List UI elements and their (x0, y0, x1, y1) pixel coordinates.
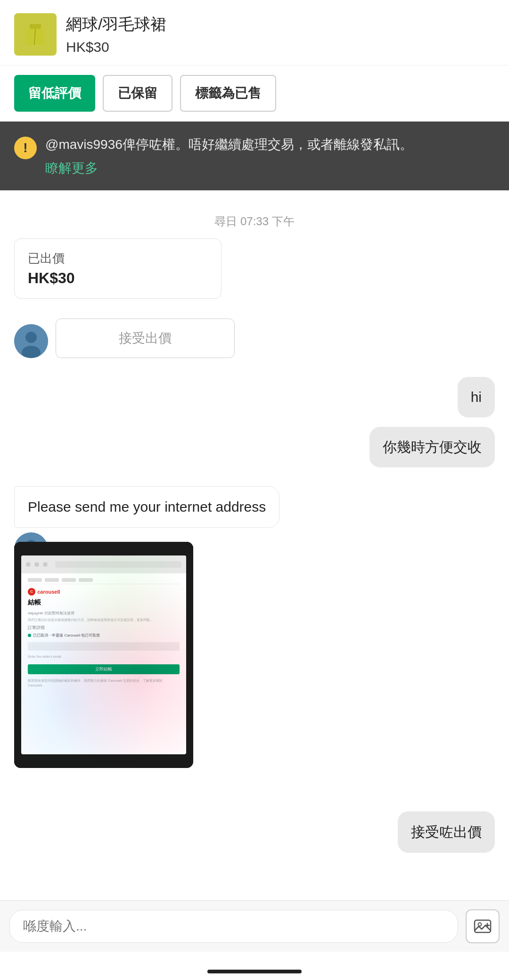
svg-rect-0 (30, 24, 41, 29)
bubble-hi: hi (458, 377, 495, 417)
warning-link[interactable]: 瞭解更多 (45, 159, 413, 177)
offer-price: HK$30 (28, 270, 208, 287)
review-button[interactable]: 留低評價 (14, 75, 95, 112)
avatar (14, 324, 48, 358)
action-buttons: 留低評價 已保留 標籤為已售 (0, 65, 509, 122)
product-header: 網球/羽毛球裙 HK$30 (0, 0, 509, 65)
screenshot-image[interactable]: C carousell 結帳 AlipayHK 付款暫時無法使用 我們正嘗試向你… (14, 542, 193, 768)
svg-rect-9 (475, 920, 491, 932)
offer-label: 已出價 (28, 250, 208, 267)
chat-area: 尋日 07:33 下午 已出價 HK$30 接受出價 hi 你幾時方便交收 Pl… (0, 190, 509, 958)
accept-offer-button[interactable]: 接受出價 (56, 318, 235, 358)
message-row-received: Please send me your internet address (14, 486, 495, 768)
accept-offer-row: 接受出價 (14, 313, 495, 358)
partial-bubble: 接受咗出價 (398, 811, 495, 853)
offer-bubble: 已出價 HK$30 (14, 238, 222, 299)
warning-banner: ! @mavis9936俾停咗權。唔好繼續處理交易，或者離線發私訊。 瞭解更多 (0, 122, 509, 190)
message-input[interactable] (9, 910, 458, 943)
chat-timestamp: 尋日 07:33 下午 (14, 200, 495, 238)
partial-message-row: 接受咗出價 (14, 811, 495, 853)
svg-point-10 (478, 923, 482, 926)
image-upload-button[interactable] (466, 909, 500, 943)
warning-text: @mavis9936俾停咗權。唔好繼續處理交易，或者離線發私訊。 (45, 137, 413, 152)
product-price: HK$30 (66, 39, 166, 55)
svg-point-4 (25, 332, 37, 343)
warning-icon: ! (14, 137, 37, 159)
bubble-meet: 你幾時方便交收 (369, 427, 495, 467)
message-row: 你幾時方便交收 (14, 427, 495, 467)
offer-container: 已出價 HK$30 (14, 238, 222, 299)
message-row: hi (14, 377, 495, 417)
product-title: 網球/羽毛球裙 (66, 14, 166, 35)
product-thumbnail[interactable] (14, 13, 57, 56)
bubble-internet-address: Please send me your internet address (14, 486, 279, 528)
input-bar (0, 900, 509, 952)
product-info: 網球/羽毛球裙 HK$30 (66, 14, 166, 55)
home-bar (207, 970, 302, 973)
mark-sold-button[interactable]: 標籤為已售 (180, 75, 276, 112)
reserved-button[interactable]: 已保留 (103, 75, 172, 112)
warning-content: @mavis9936俾停咗權。唔好繼續處理交易，或者離線發私訊。 瞭解更多 (45, 135, 413, 177)
